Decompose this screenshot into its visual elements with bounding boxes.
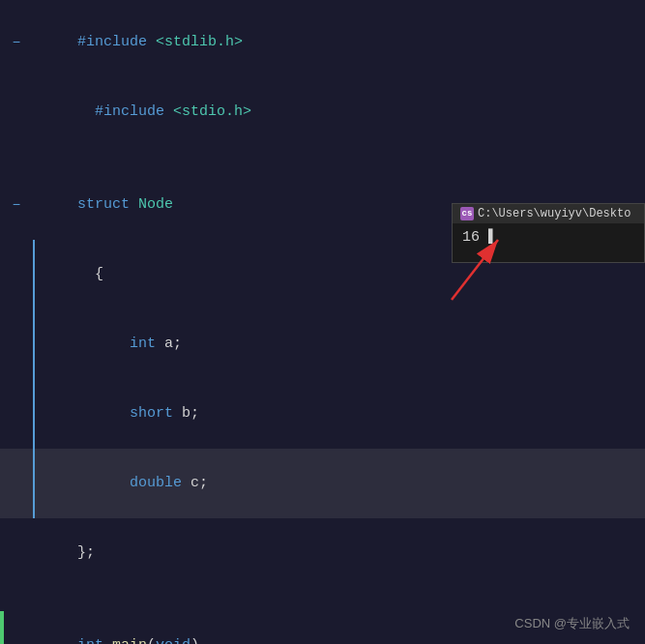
fold-gutter[interactable]: − [8,31,25,54]
fold-gutter [8,542,25,565]
token: a; [164,336,182,352]
fold-icon[interactable]: − [13,193,20,217]
fold-icon[interactable]: − [13,31,20,54]
code-text: }; [25,518,645,588]
token: b; [182,405,199,422]
fold-gutter [8,263,25,286]
code-text: short b; [43,379,645,449]
fold-gutter [8,472,25,495]
token: ) [191,637,199,644]
terminal-app-icon: cs [460,207,474,220]
fold-gutter[interactable]: − [8,193,25,217]
token: <stdlib.h> [156,34,243,50]
green-indicator [0,611,4,644]
token: #include [77,103,173,120]
fold-gutter[interactable]: − [8,634,25,644]
token: main [112,637,147,644]
terminal-title-text: C:\Users\wuyiyv\Deskto [478,207,630,220]
token: double [130,475,191,491]
code-line: short b; [0,379,645,449]
code-line: − #include <stdlib.h> [0,8,645,77]
scope-bar [33,449,35,518]
token: ( [147,637,156,644]
code-line-highlighted: double c; [0,449,645,518]
token: Node [138,196,173,213]
token: void [156,637,191,644]
blank-line [0,588,645,611]
code-line: int a; [0,309,645,379]
code-text: #include <stdlib.h> [25,8,645,77]
code-text: #include <stdio.h> [25,77,645,147]
token: #include [77,34,156,50]
fold-gutter [8,402,25,425]
token: c; [191,475,208,491]
terminal-output: 16 ▌ [453,223,644,262]
terminal-popup: cs C:\Users\wuyiyv\Deskto 16 ▌ [452,203,645,263]
code-line: #include <stdio.h> [0,77,645,147]
scope-bar [33,309,35,379]
fold-gutter [8,101,25,124]
token: short [130,405,182,422]
blank-line [0,147,645,170]
scope-bar [33,379,35,449]
token: struct [77,196,138,213]
token: }; [77,544,95,561]
watermark: CSDN @专业嵌入式 [514,615,630,632]
token: { [95,266,103,282]
token: <stdio.h> [173,103,251,120]
token: int [130,336,164,352]
code-text: double c; [43,449,645,518]
token: int [77,637,112,644]
code-line: }; [0,518,645,588]
terminal-title-bar: cs C:\Users\wuyiyv\Deskto [453,204,644,223]
code-text: int a; [43,309,645,379]
fold-icon[interactable]: − [13,634,20,644]
scope-bar [33,240,35,309]
editor-area: − #include <stdlib.h> #include <stdio.h>… [0,0,645,644]
fold-gutter [8,333,25,356]
